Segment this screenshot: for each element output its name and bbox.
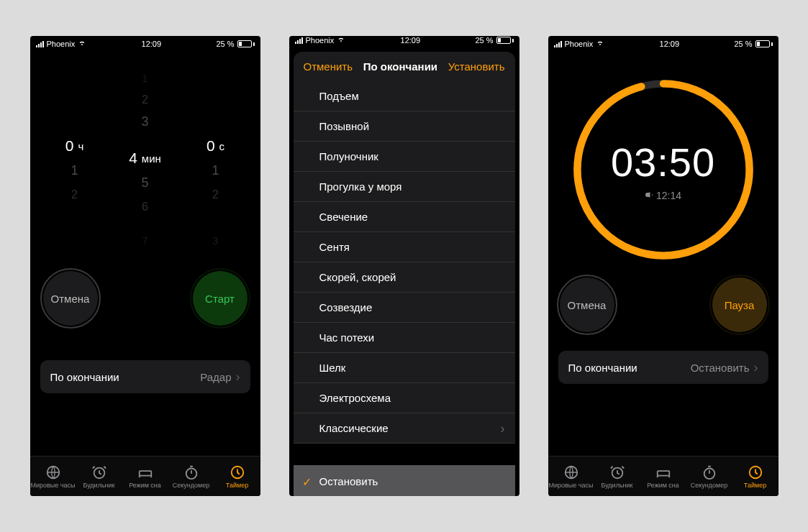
bed-icon: [137, 464, 153, 480]
pause-button[interactable]: Пауза: [712, 278, 767, 332]
stopwatch-icon: [702, 464, 717, 480]
tab-bar: Мировые часы Будильник Режим сна Секундо…: [548, 456, 779, 496]
when-timer-ends-row[interactable]: По окончании Остановить›: [558, 351, 768, 384]
timer-remaining: 03:50: [611, 139, 715, 185]
alarm-icon: [609, 464, 625, 480]
sound-item[interactable]: Свечение: [294, 202, 515, 232]
sound-item[interactable]: Полуночник: [294, 142, 515, 172]
wifi-icon: [78, 40, 86, 48]
sound-item[interactable]: Шелк: [294, 353, 515, 383]
timer-icon: [748, 464, 763, 480]
cancel-button[interactable]: Отмена: [560, 278, 614, 332]
wifi-icon: [337, 36, 345, 45]
tab-timer[interactable]: Таймер: [214, 457, 260, 496]
sound-item[interactable]: Час потехи: [294, 323, 515, 353]
tab-alarm[interactable]: Будильник: [594, 457, 640, 496]
picker-minutes[interactable]: 1 2 3 4мин 5 6 7: [120, 109, 171, 231]
sound-item[interactable]: Позывной: [294, 111, 515, 142]
sound-item[interactable]: Подъем: [294, 81, 515, 111]
time-picker[interactable]: 0ч 1 2 1 2 3 4мин 5 6 7: [30, 109, 260, 231]
picker-seconds[interactable]: 0с 1 2 3: [191, 109, 241, 231]
end-value: Остановить: [691, 362, 750, 374]
cancel-button[interactable]: Отмена: [43, 271, 98, 326]
battery-icon: [496, 37, 514, 44]
sound-list: Подъем Позывной Полуночник Прогулка у мо…: [294, 81, 515, 444]
chevron-right-icon: ›: [236, 370, 240, 385]
status-bar: Phoenix 12:09 25 %: [548, 36, 779, 52]
wifi-icon: [596, 40, 604, 48]
signal-icon: [36, 41, 44, 47]
sound-item[interactable]: Созвездие: [294, 293, 515, 323]
bed-icon: [655, 464, 671, 480]
sound-item[interactable]: Электросхема: [294, 383, 515, 413]
tab-timer[interactable]: Таймер: [732, 457, 779, 496]
stopwatch-icon: [183, 464, 199, 480]
svg-point-3: [186, 468, 196, 479]
tab-stopwatch[interactable]: Секундомер: [168, 457, 214, 496]
sound-item-classic[interactable]: Классические›: [294, 413, 515, 444]
status-time: 12:09: [142, 40, 162, 48]
tab-bedtime[interactable]: Режим сна: [640, 457, 686, 496]
stop-playing-item[interactable]: ✓ Остановить: [294, 465, 515, 496]
end-label: По окончании: [50, 371, 119, 383]
end-value: Радар: [200, 371, 231, 383]
svg-rect-9: [657, 471, 669, 475]
timer-end-time: 12:14: [645, 190, 681, 201]
sound-item[interactable]: Прогулка у моря: [294, 172, 515, 202]
chevron-right-icon: ›: [754, 360, 758, 375]
status-bar: Phoenix 12:09 25 %: [30, 36, 260, 52]
battery-icon: [237, 40, 255, 47]
svg-point-10: [704, 468, 714, 479]
tab-world-clock[interactable]: Мировые часы: [548, 457, 594, 496]
tab-world-clock[interactable]: Мировые часы: [30, 457, 76, 496]
signal-icon: [295, 37, 303, 44]
globe-icon: [563, 464, 579, 480]
globe-icon: [45, 464, 61, 480]
tab-bedtime[interactable]: Режим сна: [122, 457, 168, 496]
sound-item[interactable]: Скорей, скорей: [294, 262, 515, 293]
carrier-label: Phoenix: [47, 40, 76, 48]
start-button[interactable]: Старт: [193, 271, 248, 326]
tab-alarm[interactable]: Будильник: [76, 457, 122, 496]
timer-icon: [230, 464, 245, 480]
bell-icon: [645, 190, 653, 201]
battery-icon: [755, 40, 773, 47]
modal-title: По окончании: [363, 60, 437, 73]
chevron-right-icon: ›: [501, 421, 505, 436]
tab-stopwatch[interactable]: Секундомер: [686, 457, 732, 496]
phone-sound-picker: Phoenix 12:09 25 % Отменить По окончании…: [289, 36, 519, 496]
tab-bar: Мировые часы Будильник Режим сна Секундо…: [30, 456, 260, 496]
set-button[interactable]: Установить: [448, 60, 505, 73]
signal-icon: [554, 41, 562, 47]
alarm-icon: [91, 464, 107, 480]
phone-timer-setup: Phoenix 12:09 25 % 0ч 1 2 1: [30, 36, 260, 496]
when-timer-ends-row[interactable]: По окончании Радар›: [40, 360, 250, 393]
cancel-button[interactable]: Отменить: [304, 60, 353, 73]
phone-timer-running: Phoenix 12:09 25 % 03:50: [548, 36, 779, 496]
end-label: По окончании: [568, 362, 637, 374]
timer-ring: 03:50 12:14: [570, 76, 757, 263]
checkmark-icon: ✓: [302, 474, 312, 488]
battery-percent: 25 %: [216, 40, 234, 48]
sound-item[interactable]: Сентя: [294, 232, 515, 262]
svg-rect-2: [139, 471, 151, 475]
modal-header: Отменить По окончании Установить: [294, 52, 515, 81]
picker-hours[interactable]: 0ч 1 2: [50, 109, 100, 231]
status-bar: Phoenix 12:09 25 %: [289, 36, 519, 45]
